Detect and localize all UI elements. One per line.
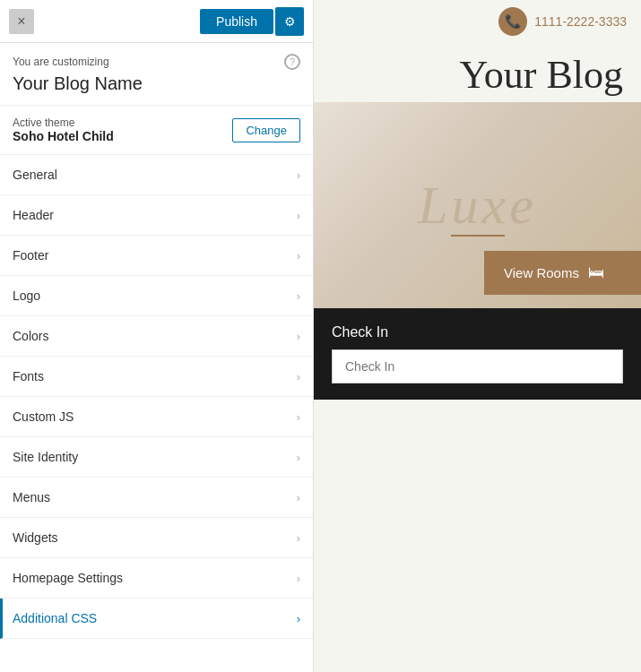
help-icon[interactable]: ?: [284, 54, 300, 70]
menu-item-label: Site Identity: [13, 450, 78, 464]
menu-item-site-identity[interactable]: Site Identity›: [0, 437, 313, 478]
chevron-right-icon: ›: [297, 612, 300, 625]
chevron-right-icon: ›: [297, 370, 300, 383]
chevron-right-icon: ›: [297, 168, 300, 182]
settings-button[interactable]: ⚙: [275, 7, 304, 36]
active-theme-text: Active theme Soho Hotel Child: [13, 116, 114, 143]
check-in-input[interactable]: [332, 349, 623, 383]
menu-item-colors[interactable]: Colors›: [0, 316, 313, 357]
top-bar: × Publish ⚙: [0, 0, 313, 43]
chevron-right-icon: ›: [297, 410, 300, 424]
menu-item-label: General: [13, 168, 57, 182]
blog-title: Your Blog: [332, 52, 623, 98]
customizer-panel: × Publish ⚙ You are customizing ? Your B…: [0, 0, 314, 672]
menu-item-label: Fonts: [13, 369, 44, 383]
close-button[interactable]: ×: [9, 9, 34, 34]
theme-label: Active theme: [13, 116, 114, 129]
menu-item-footer[interactable]: Footer›: [0, 236, 313, 276]
chevron-right-icon: ›: [297, 491, 300, 504]
hero-overlay-text: Luxe: [418, 175, 537, 237]
preview-panel: 📞 1111-2222-3333 Your Blog Luxe View Roo…: [314, 0, 641, 672]
change-theme-button[interactable]: Change: [232, 118, 300, 142]
hero-area: Luxe View Rooms 🛏: [314, 102, 641, 308]
bottom-section: Check In: [314, 308, 641, 400]
phone-bar: 📞 1111-2222-3333: [314, 0, 641, 43]
phone-icon: 📞: [498, 7, 527, 36]
menu-item-label: Footer: [13, 248, 48, 263]
chevron-right-icon: ›: [297, 249, 300, 263]
blog-name: Your Blog Name: [13, 73, 300, 94]
customizing-section: You are customizing ? Your Blog Name: [0, 43, 313, 106]
menu-item-label: Custom JS: [13, 409, 74, 424]
view-rooms-button[interactable]: View Rooms 🛏: [484, 251, 641, 295]
menu-item-label: Logo: [13, 289, 40, 303]
menu-item-label: Header: [13, 208, 54, 222]
menu-item-logo[interactable]: Logo›: [0, 276, 313, 316]
gear-icon: ⚙: [284, 14, 296, 29]
menu-item-label: Colors: [13, 329, 48, 343]
customizer-menu: General›Header›Footer›Logo›Colors›Fonts›…: [0, 155, 313, 672]
menu-item-label: Homepage Settings: [13, 571, 123, 585]
bed-icon: 🛏: [588, 263, 604, 282]
chevron-right-icon: ›: [297, 451, 300, 464]
chevron-right-icon: ›: [297, 572, 300, 585]
chevron-right-icon: ›: [297, 330, 300, 343]
blog-title-area: Your Blog: [314, 43, 641, 102]
active-theme-section: Active theme Soho Hotel Child Change: [0, 106, 313, 155]
phone-number: 1111-2222-3333: [534, 14, 627, 29]
menu-item-widgets[interactable]: Widgets›: [0, 518, 313, 558]
menu-item-menus[interactable]: Menus›: [0, 478, 313, 518]
hero-divider: [451, 235, 505, 237]
chevron-right-icon: ›: [297, 531, 300, 545]
check-in-label: Check In: [332, 324, 623, 340]
close-icon: ×: [17, 13, 25, 30]
customizing-label: You are customizing ?: [13, 54, 300, 70]
chevron-right-icon: ›: [297, 289, 300, 303]
menu-item-label: Additional CSS: [13, 611, 97, 625]
menu-item-fonts[interactable]: Fonts›: [0, 357, 313, 397]
menu-item-header[interactable]: Header›: [0, 195, 313, 236]
menu-item-additional-css[interactable]: Additional CSS›: [0, 599, 313, 639]
menu-item-homepage-settings[interactable]: Homepage Settings›: [0, 558, 313, 599]
theme-name: Soho Hotel Child: [13, 129, 114, 143]
chevron-right-icon: ›: [297, 209, 300, 222]
menu-item-label: Menus: [13, 490, 50, 504]
menu-item-custom-js[interactable]: Custom JS›: [0, 397, 313, 437]
publish-button[interactable]: Publish: [200, 9, 273, 34]
menu-item-label: Widgets: [13, 530, 58, 545]
menu-item-general[interactable]: General›: [0, 155, 313, 195]
